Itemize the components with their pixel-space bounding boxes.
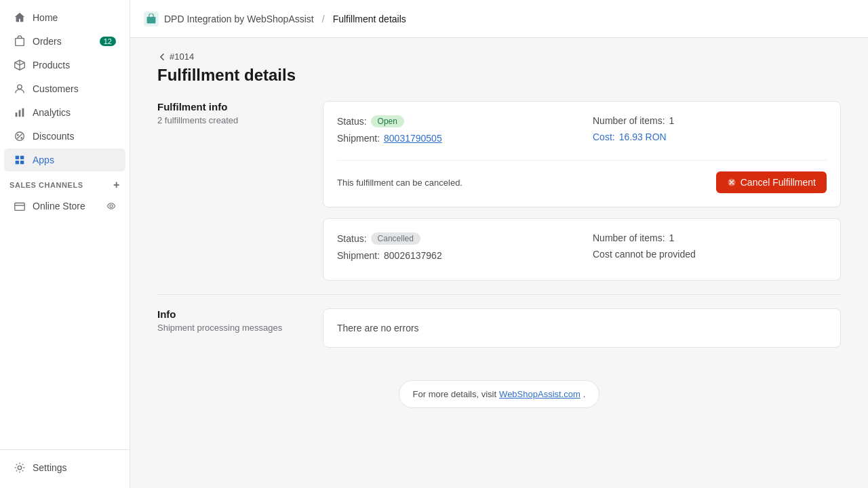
fulfillment-1-top-row: Status: Open Shipment: 80031790505 Numbe… xyxy=(337,115,827,149)
fulfillment-2-cost-value: Cost cannot be provided xyxy=(593,249,696,260)
fulfillment-1-card: Status: Open Shipment: 80031790505 Numbe… xyxy=(323,101,841,207)
fulfillment-1-cost-value: 16.93 RON xyxy=(619,131,667,142)
fulfillment-1-status-badge: Open xyxy=(371,115,404,127)
topbar-app-name: DPD Integration by WebShopAssist xyxy=(164,14,314,24)
topbar-separator: / xyxy=(322,14,325,24)
online-store-visibility-icon[interactable] xyxy=(106,201,116,211)
orders-icon xyxy=(14,35,26,47)
sidebar-item-orders-label: Orders xyxy=(33,36,62,47)
footer-prefix: For more details, visit xyxy=(413,389,497,399)
fulfillment-1-items-label: Number of items: xyxy=(593,115,665,126)
svg-point-13 xyxy=(18,466,21,469)
fulfillment-2-right: Number of items: 1 Cost cannot be provid… xyxy=(593,232,827,266)
no-errors-text: There are no errors xyxy=(337,323,419,333)
topbar-page-title: Fulfillment details xyxy=(333,14,406,24)
products-icon xyxy=(14,59,26,71)
section-divider xyxy=(157,294,841,295)
add-sales-channel-icon[interactable]: + xyxy=(113,179,120,191)
sidebar: Home Orders 12 Products Customers xyxy=(0,0,130,488)
right-panel: Status: Open Shipment: 80031790505 Numbe… xyxy=(323,101,841,281)
sidebar-item-products-label: Products xyxy=(33,60,70,70)
fulfillment-1-status-label: Status: xyxy=(337,116,367,127)
fulfillment-1-shipment-label: Shipment: xyxy=(337,133,380,144)
fulfillment-2-items-line: Number of items: 1 xyxy=(593,232,827,243)
svg-point-1 xyxy=(18,85,22,89)
sidebar-item-products[interactable]: Products xyxy=(4,54,125,77)
sales-channels-section: SALES CHANNELS + xyxy=(0,172,130,194)
fulfillment-2-top-row: Status: Cancelled Shipment: 80026137962 … xyxy=(337,232,827,266)
back-link[interactable]: #1014 xyxy=(157,52,841,62)
back-link-text: #1014 xyxy=(170,52,194,62)
fulfillment-1-shipment-line: Shipment: 80031790505 xyxy=(337,133,571,144)
fulfillment-1-right: Number of items: 1 Cost: 16.93 RON xyxy=(593,115,827,149)
fulfillment-1-status-line: Status: Open xyxy=(337,115,571,127)
sidebar-item-customers[interactable]: Customers xyxy=(4,77,125,100)
svg-rect-10 xyxy=(20,161,24,164)
fulfillment-1-left: Status: Open Shipment: 80031790505 xyxy=(337,115,571,149)
home-icon xyxy=(14,12,26,24)
topbar: DPD Integration by WebShopAssist / Fulfi… xyxy=(130,0,868,38)
fulfillment-1-items-value: 1 xyxy=(669,115,675,126)
fulfillment-2-shipment-value: 80026137962 xyxy=(384,250,442,261)
fulfillment-2-shipment-line: Shipment: 80026137962 xyxy=(337,250,571,261)
fulfillment-1-shipment-link[interactable]: 80031790505 xyxy=(384,133,442,144)
svg-rect-14 xyxy=(147,16,156,23)
sidebar-item-home-label: Home xyxy=(33,12,58,23)
sidebar-item-home[interactable]: Home xyxy=(4,6,125,29)
svg-rect-9 xyxy=(16,161,19,164)
sidebar-item-discounts-label: Discounts xyxy=(33,131,74,142)
sidebar-item-settings-label: Settings xyxy=(33,462,67,473)
fulfillment-1-cancel-row: This fulfillment can be canceled. Cancel… xyxy=(337,160,827,193)
sidebar-item-customers-label: Customers xyxy=(33,83,79,94)
main-area: DPD Integration by WebShopAssist / Fulfi… xyxy=(130,0,868,488)
content-layout: Fulfilment info 2 fulfillments created S… xyxy=(157,101,841,281)
svg-rect-11 xyxy=(15,203,24,211)
app-icon xyxy=(144,12,159,26)
analytics-icon xyxy=(14,106,26,119)
cancel-fulfillment-button[interactable]: Cancel Fulfillment xyxy=(716,171,827,193)
svg-point-6 xyxy=(20,137,22,139)
sidebar-item-online-store[interactable]: Online Store xyxy=(4,195,125,218)
svg-point-12 xyxy=(110,205,113,207)
fulfillment-2-shipment-label: Shipment: xyxy=(337,250,380,261)
fulfilment-info-sub: 2 fulfillments created xyxy=(157,115,307,125)
sidebar-item-orders[interactable]: Orders 12 xyxy=(4,30,125,53)
sidebar-item-apps[interactable]: Apps xyxy=(4,148,125,171)
svg-rect-7 xyxy=(16,156,19,159)
apps-icon xyxy=(14,154,26,166)
fulfillment-2-items-label: Number of items: xyxy=(593,232,665,243)
fulfillment-2-status-badge: Cancelled xyxy=(371,232,420,245)
fulfillment-2-status-label: Status: xyxy=(337,233,367,244)
discounts-icon xyxy=(14,130,26,142)
fulfillment-1-cancel-text: This fulfillment can be canceled. xyxy=(337,178,462,188)
info-layout: Info Shipment processing messages There … xyxy=(157,308,841,348)
svg-point-5 xyxy=(17,134,19,136)
left-panel: Fulfilment info 2 fulfillments created xyxy=(157,101,307,125)
footer-link[interactable]: WebShopAssist.com xyxy=(499,389,580,399)
content-area: #1014 Fulfillment details Fulfilment inf… xyxy=(130,38,868,488)
svg-rect-8 xyxy=(20,156,24,159)
svg-rect-0 xyxy=(16,39,24,46)
fulfillment-2-status-line: Status: Cancelled xyxy=(337,232,571,245)
footer-message: For more details, visit WebShopAssist.co… xyxy=(399,380,600,408)
sidebar-item-analytics[interactable]: Analytics xyxy=(4,101,125,124)
settings-icon xyxy=(14,462,26,474)
fulfillment-1-items-line: Number of items: 1 xyxy=(593,115,827,126)
svg-rect-2 xyxy=(16,113,18,117)
info-right-panel: There are no errors xyxy=(323,308,841,348)
customers-icon xyxy=(14,83,26,95)
svg-rect-4 xyxy=(22,108,24,117)
sidebar-item-analytics-label: Analytics xyxy=(33,107,71,118)
online-store-icon xyxy=(14,200,26,212)
info-title: Info xyxy=(157,308,307,320)
fulfillment-1-cost-line: Cost: 16.93 RON xyxy=(593,131,827,142)
sidebar-item-settings[interactable]: Settings xyxy=(4,456,125,479)
fulfillment-2-card: Status: Cancelled Shipment: 80026137962 … xyxy=(323,218,841,281)
info-left-panel: Info Shipment processing messages xyxy=(157,308,307,333)
svg-rect-3 xyxy=(19,110,21,117)
page-title: Fulfillment details xyxy=(157,66,841,85)
fulfillment-1-cost-label: Cost: xyxy=(593,131,615,142)
sidebar-item-apps-label: Apps xyxy=(33,155,54,165)
orders-badge: 12 xyxy=(100,37,116,46)
sidebar-item-discounts[interactable]: Discounts xyxy=(4,125,125,148)
